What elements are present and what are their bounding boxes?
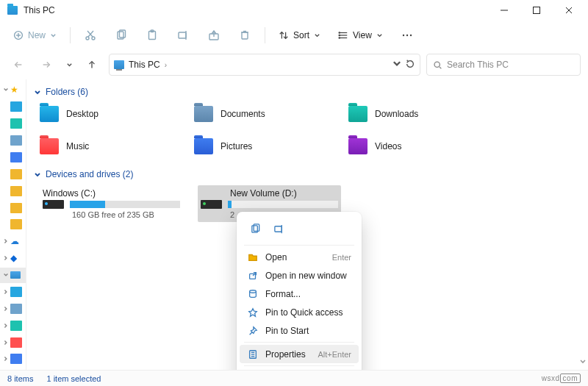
- sort-button[interactable]: Sort: [273, 24, 326, 47]
- sidebar-item[interactable]: [0, 166, 26, 182]
- forward-button[interactable]: [35, 54, 57, 76]
- search-input[interactable]: Search This PC: [426, 54, 581, 76]
- ctx-pin-start[interactable]: Pin to Start: [240, 321, 359, 340]
- up-button[interactable]: [81, 54, 103, 76]
- ctx-copy-button[interactable]: [245, 219, 265, 238]
- sidebar-item-dropbox[interactable]: ◆: [0, 251, 26, 266]
- sidebar-item[interactable]: [0, 217, 26, 232]
- sidebar-item[interactable]: [0, 99, 26, 115]
- storage-bar: [70, 201, 180, 208]
- folder-icon: [10, 101, 22, 112]
- ctx-properties[interactable]: Properties Alt+Enter: [240, 345, 359, 363]
- folder-icon: [10, 186, 22, 196]
- drive-name: Windows (C:): [43, 188, 180, 199]
- ctx-open[interactable]: Open Enter: [240, 248, 359, 266]
- drives-header-label: Devices and drives (2): [46, 169, 133, 179]
- breadcrumb[interactable]: This PC: [129, 60, 160, 70]
- documents-icon: [194, 106, 213, 122]
- folder-icon: [10, 135, 22, 146]
- sidebar-item[interactable]: [0, 183, 26, 199]
- sidebar-item[interactable]: [0, 116, 26, 132]
- svg-point-27: [339, 32, 340, 33]
- paste-button[interactable]: [140, 24, 165, 47]
- watermark: wsxdcom: [542, 374, 581, 383]
- sidebar-item[interactable]: [0, 301, 26, 316]
- folder-icon: [10, 152, 22, 162]
- this-pc-icon: [114, 60, 124, 69]
- folder-videos[interactable]: Videos: [348, 135, 495, 157]
- sidebar-item[interactable]: [0, 318, 26, 333]
- separator: [244, 365, 354, 366]
- drive-c[interactable]: Windows (C:) 160 GB free of 235 GB: [40, 185, 183, 222]
- svg-point-30: [403, 35, 404, 36]
- svg-rect-15: [179, 32, 186, 38]
- view-button[interactable]: View: [332, 24, 389, 47]
- folder-downloads[interactable]: Downloads: [348, 103, 495, 125]
- sidebar-item-onedrive[interactable]: ☁: [0, 234, 26, 249]
- ctx-format[interactable]: Format...: [240, 285, 359, 303]
- star-icon: ★: [10, 85, 18, 95]
- svg-line-9: [88, 31, 93, 37]
- minimize-button[interactable]: [488, 0, 520, 21]
- folder-desktop[interactable]: Desktop: [40, 103, 187, 125]
- format-icon: [247, 288, 258, 299]
- sidebar-item[interactable]: [0, 150, 26, 165]
- sidebar-item[interactable]: [0, 285, 26, 300]
- folder-icon: [10, 354, 22, 364]
- ctx-open-new-window[interactable]: Open in new window: [240, 266, 359, 285]
- svg-point-36: [434, 62, 440, 67]
- maximize-button[interactable]: [520, 0, 553, 21]
- drive-icon: [201, 200, 222, 209]
- svg-point-8: [92, 37, 95, 40]
- status-item-count: 8 items: [7, 374, 33, 383]
- sidebar-item-quickaccess[interactable]: ★: [0, 82, 26, 98]
- svg-rect-1: [534, 7, 540, 14]
- folder-documents[interactable]: Documents: [194, 103, 341, 125]
- sidebar-item[interactable]: [0, 200, 26, 215]
- folder-pictures[interactable]: Pictures: [194, 135, 341, 157]
- address-dropdown-button[interactable]: [392, 59, 402, 71]
- status-bar: 8 items 1 item selected wsxdcom: [0, 370, 588, 386]
- folder-icon: [10, 304, 22, 314]
- sidebar-item[interactable]: [0, 335, 26, 350]
- scroll-down-button[interactable]: [579, 357, 587, 367]
- recent-button[interactable]: [63, 54, 75, 76]
- folders-section-header[interactable]: Folders (6): [34, 87, 576, 97]
- cut-button[interactable]: [78, 24, 103, 47]
- folder-icon: [10, 118, 22, 129]
- sidebar-item[interactable]: [0, 133, 26, 149]
- close-button[interactable]: [553, 0, 585, 21]
- ctx-pin-quick-access[interactable]: Pin to Quick access: [240, 303, 359, 321]
- back-button[interactable]: [7, 54, 29, 76]
- drives-section-header[interactable]: Devices and drives (2): [34, 169, 576, 179]
- more-button[interactable]: [395, 24, 420, 47]
- chevron-right-icon[interactable]: ›: [165, 61, 167, 69]
- app-icon: [7, 6, 18, 15]
- pin-icon: [247, 325, 258, 336]
- toolbar: New Sort View: [0, 21, 588, 50]
- sidebar-item-thispc[interactable]: [0, 268, 26, 283]
- svg-point-32: [410, 35, 412, 36]
- ctx-rename-button[interactable]: [269, 219, 288, 238]
- folder-icon: [10, 321, 22, 331]
- divider: [70, 27, 71, 43]
- context-menu: Open Enter Open in new window Format... …: [237, 212, 362, 386]
- svg-point-29: [339, 37, 340, 38]
- svg-line-10: [87, 31, 93, 37]
- rename-button[interactable]: [171, 24, 196, 47]
- new-button[interactable]: New: [7, 24, 62, 47]
- folder-music[interactable]: Music: [40, 135, 187, 157]
- folder-open-icon: [247, 251, 258, 262]
- folders-header-label: Folders (6): [46, 87, 88, 97]
- music-icon: [40, 138, 59, 154]
- address-bar[interactable]: This PC ›: [109, 54, 420, 76]
- folder-icon: [10, 203, 22, 213]
- separator: [244, 342, 354, 343]
- sidebar-item[interactable]: [0, 351, 26, 367]
- copy-button[interactable]: [109, 24, 134, 47]
- videos-icon: [348, 138, 368, 154]
- delete-button[interactable]: [232, 24, 257, 47]
- search-icon: [433, 60, 442, 70]
- refresh-button[interactable]: [405, 59, 415, 71]
- share-button[interactable]: [201, 24, 226, 47]
